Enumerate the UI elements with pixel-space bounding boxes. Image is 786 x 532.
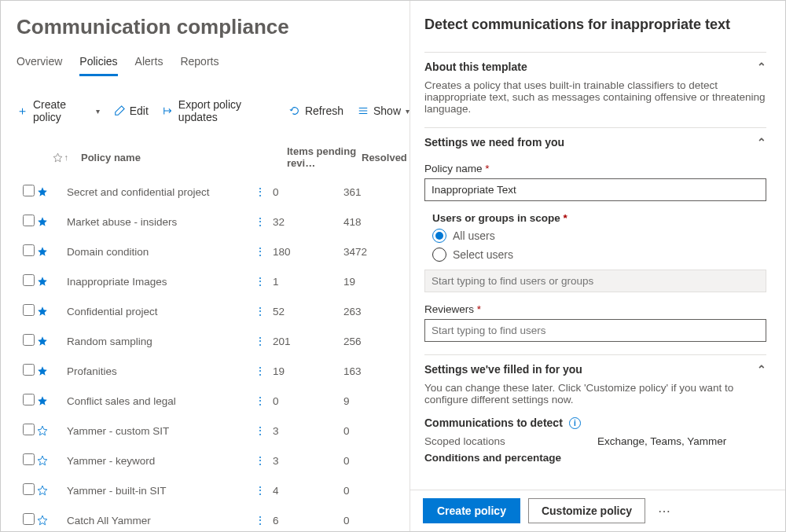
star-icon[interactable] [37,186,59,197]
policy-name-cell[interactable]: Secret and confidential project [59,186,248,198]
star-icon[interactable] [37,365,59,376]
row-more-button[interactable]: ⋮ [248,484,273,497]
tabs: Overview Policies Alerts Reports [17,55,410,76]
more-actions-button[interactable]: ⋯ [653,504,675,519]
policy-name-cell[interactable]: Random sampling [59,336,248,347]
star-icon[interactable] [37,395,59,406]
row-more-button[interactable]: ⋮ [248,365,273,377]
table-row[interactable]: Yammer - keyword⋮30 [17,446,410,475]
radio-icon [432,229,446,243]
customize-policy-button[interactable]: Customize policy [528,498,645,523]
info-icon[interactable]: i [569,417,581,429]
row-more-button[interactable]: ⋮ [248,275,273,288]
page-title: Communication compliance [17,15,410,39]
create-policy-submit-button[interactable]: Create policy [423,498,520,523]
row-checkbox[interactable] [23,334,37,348]
policy-name-cell[interactable]: Profanities [59,365,248,377]
row-more-button[interactable]: ⋮ [248,185,273,198]
star-icon[interactable] [37,306,59,317]
row-more-button[interactable]: ⋮ [248,454,273,467]
row-checkbox[interactable] [23,364,37,378]
column-pending[interactable]: Items pending revi… [287,145,362,169]
row-checkbox[interactable] [23,215,37,229]
section-need-header[interactable]: Settings we need from you ⌃ [424,127,766,155]
create-policy-button[interactable]: ＋ Create policy ▾ [17,98,100,123]
row-checkbox[interactable] [23,424,37,438]
scope-select-users-radio[interactable]: Select users [432,248,766,262]
row-checkbox[interactable] [23,513,37,527]
row-more-button[interactable]: ⋮ [248,305,273,317]
row-checkbox[interactable] [23,394,37,408]
sort-arrow-icon: ↑ [64,152,69,162]
row-more-button[interactable]: ⋮ [248,335,273,347]
chevron-up-icon: ⌃ [757,363,766,376]
star-icon[interactable] [37,455,59,466]
policy-name-cell[interactable]: Inappropriate Images [59,276,248,288]
row-checkbox[interactable] [23,185,37,199]
pending-cell: 1 [273,276,343,288]
table-row[interactable]: Yammer - custom SIT⋮30 [17,416,410,446]
policy-name-cell[interactable]: Confidential project [59,306,248,317]
reviewers-input[interactable] [424,319,766,342]
show-button[interactable]: Show ▾ [358,105,410,117]
table-row[interactable]: Catch All Yammer⋮60 [17,505,410,532]
table-row[interactable]: Random sampling⋮201256 [17,326,410,356]
row-checkbox[interactable] [23,274,37,288]
policy-name-cell[interactable]: Yammer - keyword [59,455,248,467]
row-checkbox[interactable] [23,453,37,468]
tab-overview[interactable]: Overview [17,55,62,76]
policy-name-cell[interactable]: Domain condition [59,246,248,258]
section-about-header[interactable]: About this template ⌃ [424,52,766,79]
export-icon [163,105,174,116]
resolved-cell: 0 [343,455,391,467]
plus-icon: ＋ [17,104,28,119]
star-icon[interactable] [37,216,59,227]
refresh-button[interactable]: Refresh [289,105,343,117]
row-checkbox[interactable] [23,483,37,497]
communications-detect-header: Communications to detect i [424,416,766,429]
tab-alerts[interactable]: Alerts [135,55,163,76]
star-icon[interactable] [37,515,59,526]
row-more-button[interactable]: ⋮ [248,245,273,258]
table-row[interactable]: Market abuse - insiders⋮32418 [17,207,410,237]
star-icon[interactable] [37,485,59,496]
table-row[interactable]: Domain condition⋮1803472 [17,237,410,266]
row-more-button[interactable]: ⋮ [248,424,273,437]
row-more-button[interactable]: ⋮ [248,514,273,526]
pending-cell: 201 [273,336,343,347]
policy-name-input[interactable] [424,178,766,201]
column-resolved[interactable]: Resolved [362,152,409,163]
star-icon[interactable] [37,425,59,436]
star-icon[interactable] [37,336,59,347]
resolved-cell: 19 [343,276,391,288]
row-more-button[interactable]: ⋮ [248,215,273,228]
pending-cell: 52 [273,306,343,317]
section-filled-header[interactable]: Settings we've filled in for you ⌃ [424,354,766,382]
edit-button[interactable]: Edit [114,105,149,117]
policy-name-cell[interactable]: Catch All Yammer [59,515,248,526]
pending-cell: 4 [273,485,343,497]
table-row[interactable]: Yammer - built-in SIT⋮40 [17,475,410,505]
star-icon[interactable] [37,276,59,287]
export-button[interactable]: Export policy updates [163,98,275,123]
policy-name-cell[interactable]: Yammer - custom SIT [59,425,248,437]
tab-policies[interactable]: Policies [79,55,117,76]
policy-name-cell[interactable]: Yammer - built-in SIT [59,485,248,497]
row-checkbox[interactable] [23,304,37,318]
table-row[interactable]: Conflict sales and legal⋮09 [17,386,410,416]
policy-name-cell[interactable]: Market abuse - insiders [59,216,248,228]
table-header: ↑ Policy name Items pending revi… Resolv… [17,145,410,177]
table-row[interactable]: Inappropriate Images⋮119 [17,266,410,296]
row-checkbox[interactable] [23,244,37,259]
policy-name-cell[interactable]: Conflict sales and legal [59,395,248,407]
row-more-button[interactable]: ⋮ [248,394,273,407]
star-icon[interactable] [37,246,59,257]
table-row[interactable]: Confidential project⋮52263 [17,296,410,326]
column-policy-name[interactable]: Policy name [73,152,262,163]
scope-all-users-radio[interactable]: All users [432,229,766,243]
table-row[interactable]: Profanities⋮19163 [17,356,410,386]
tab-reports[interactable]: Reports [180,55,219,76]
column-star[interactable]: ↑ [37,152,73,163]
list-icon [358,105,369,116]
table-row[interactable]: Secret and confidential project⋮0361 [17,177,410,207]
